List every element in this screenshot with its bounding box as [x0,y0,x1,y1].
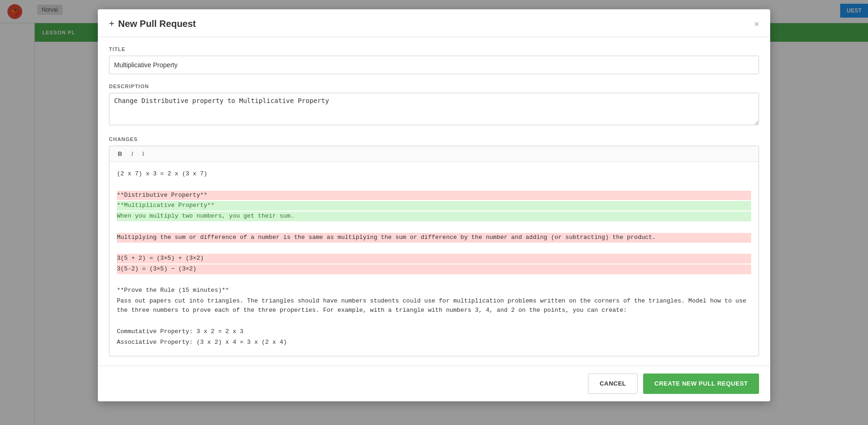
content-line-14: Commutative Property: 3 x 2 = 2 x 3 [117,327,751,337]
editor-toolbar: B I I [109,146,759,162]
content-line-6-deleted: Multiplying the sum or difference of a n… [117,233,751,243]
new-pull-request-modal: + New Pull Request × TITLE DESCRIPTION C… [98,9,770,401]
cancel-button[interactable]: CANCEL [588,373,638,394]
content-line-3-deleted: **Distributive Property** [117,191,751,200]
editor-content-area[interactable]: (2 x 7) x 3 = 2 x (3 x 7) **Distributive… [109,162,759,356]
title-input[interactable] [109,56,759,74]
bold-button[interactable]: B [114,149,126,159]
content-line-5 [117,222,751,232]
content-line-11: **Prove the Rule (15 minutes)** [117,286,751,296]
content-line-7 [117,244,751,253]
changes-group: CHANGES B I I (2 x 7) x 3 = 2 x (3 x 7) … [109,136,759,356]
content-line-13 [117,316,751,326]
content-line-8-deleted: 3(5 + 2) = (3×5) + (3×2) [117,254,751,264]
content-line-9-deleted: 3(5-2) = (3×5) − (3×2) [117,264,751,274]
description-label: DESCRIPTION [109,84,759,89]
modal-title: New Pull Request [118,19,196,29]
content-line-2 [117,180,751,190]
close-button[interactable]: × [754,20,759,28]
changes-editor: B I I (2 x 7) x 3 = 2 x (3 x 7) **Distri… [109,146,759,356]
content-line-4-added: When you multiply two numbers, you get t… [117,212,751,221]
toolbar-extra[interactable]: I [139,149,148,159]
title-label: TITLE [109,46,759,52]
content-line-1: (2 x 7) x 3 = 2 x (3 x 7) [117,169,751,179]
modal-body: TITLE DESCRIPTION CHANGES B I I [98,37,770,366]
title-group: TITLE [109,46,759,74]
italic-button[interactable]: I [128,149,137,159]
modal-title-icon: + [109,19,115,29]
content-line-15: Associative Property: (3 x 2) x 4 = 3 x … [117,338,751,348]
content-line-3-added: **Multiplicative Property** [117,201,751,211]
description-textarea[interactable] [109,93,759,125]
description-group: DESCRIPTION [109,84,759,127]
content-line-12: Pass out papers cut into triangles. The … [117,296,751,316]
create-pull-request-button[interactable]: CREATE NEW PULL REQUEST [643,373,759,394]
modal-footer: CANCEL CREATE NEW PULL REQUEST [98,366,770,401]
content-line-10 [117,275,751,285]
modal-overlay: + New Pull Request × TITLE DESCRIPTION C… [0,0,868,425]
changes-label: CHANGES [109,136,759,142]
modal-header: + New Pull Request × [98,9,770,37]
modal-title-area: + New Pull Request [109,19,196,29]
